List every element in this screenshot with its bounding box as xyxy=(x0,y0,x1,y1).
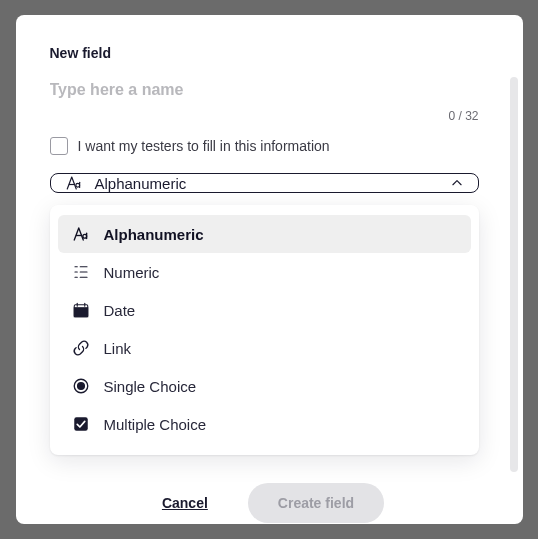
svg-rect-4 xyxy=(74,417,88,431)
text-icon xyxy=(65,174,83,192)
link-icon xyxy=(72,339,90,357)
option-alphanumeric[interactable]: Alphanumeric xyxy=(58,215,471,253)
char-counter: 0 / 32 xyxy=(50,109,497,123)
option-label: Date xyxy=(104,302,136,319)
field-type-current: Alphanumeric xyxy=(95,175,438,192)
option-label: Numeric xyxy=(104,264,160,281)
modal-footer: Cancel Create field xyxy=(50,483,497,523)
option-numeric[interactable]: Numeric xyxy=(58,253,471,291)
field-name-input[interactable] xyxy=(50,77,479,103)
option-label: Multiple Choice xyxy=(104,416,207,433)
field-type-select[interactable]: Alphanumeric xyxy=(50,173,479,193)
option-multiple-choice[interactable]: Multiple Choice xyxy=(58,405,471,443)
new-field-modal: New field 0 / 32 I want my testers to fi… xyxy=(16,15,523,524)
text-icon xyxy=(72,225,90,243)
tester-fill-checkbox[interactable] xyxy=(50,137,68,155)
option-single-choice[interactable]: Single Choice xyxy=(58,367,471,405)
create-field-button[interactable]: Create field xyxy=(248,483,384,523)
numeric-icon xyxy=(72,263,90,281)
single-choice-icon xyxy=(72,377,90,395)
option-label: Single Choice xyxy=(104,378,197,395)
option-link[interactable]: Link xyxy=(58,329,471,367)
option-date[interactable]: Date xyxy=(58,291,471,329)
multiple-choice-icon xyxy=(72,415,90,433)
option-label: Alphanumeric xyxy=(104,226,204,243)
tester-fill-row[interactable]: I want my testers to fill in this inform… xyxy=(50,137,497,155)
svg-rect-1 xyxy=(74,308,88,317)
chevron-up-icon xyxy=(450,176,464,190)
field-type-dropdown: Alphanumeric Numeric xyxy=(50,205,479,455)
date-icon xyxy=(72,301,90,319)
modal-title: New field xyxy=(50,45,497,61)
svg-point-3 xyxy=(77,383,84,390)
tester-fill-label: I want my testers to fill in this inform… xyxy=(78,138,330,154)
scrollbar[interactable] xyxy=(510,77,518,472)
option-label: Link xyxy=(104,340,132,357)
cancel-button[interactable]: Cancel xyxy=(162,495,208,511)
